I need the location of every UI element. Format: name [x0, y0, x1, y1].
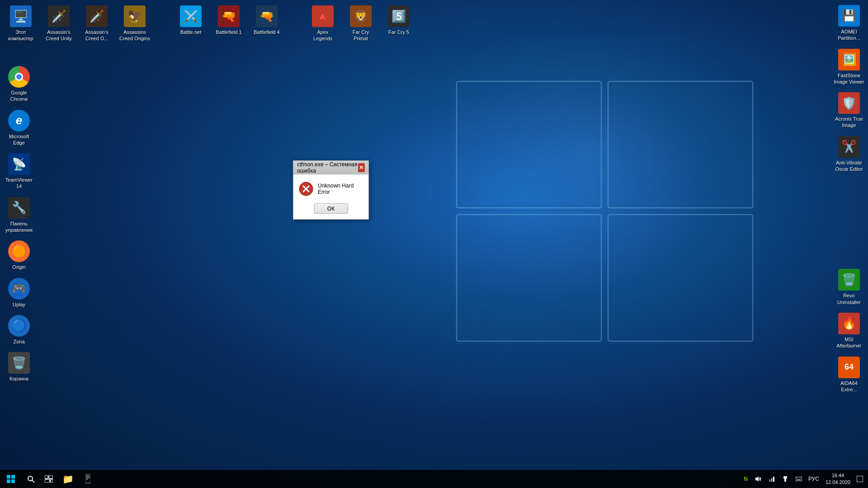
system-clock[interactable]: 16:44 12.04.2020: [822, 470, 854, 488]
task-view-button[interactable]: [40, 470, 58, 488]
taskbar-tablet[interactable]: 📱: [78, 470, 98, 488]
desktop-icon-revo[interactable]: 🗑️ Revo Uninstaller: [831, 266, 867, 308]
volume-icon: [755, 476, 761, 482]
tray-power[interactable]: [778, 470, 792, 488]
taskbar-right: N: [740, 470, 868, 488]
desktop-icon-far-cry-primal[interactable]: 🦁 Far Cry Primal: [343, 3, 379, 45]
svg-rect-17: [49, 475, 53, 479]
svg-line-15: [32, 480, 34, 482]
power-icon: [782, 476, 788, 482]
notification-icon: [857, 476, 863, 482]
windows-logo-background: [389, 36, 796, 420]
svg-rect-12: [7, 479, 10, 483]
left-icon-column: Google Chrome e Microsoft Edge 📡 TeamVie…: [0, 0, 38, 386]
desktop-icon-aida64[interactable]: 64 AIDA64 Extre...: [831, 354, 867, 396]
dialog-body: Unknown Hard Error ОК: [293, 174, 368, 219]
svg-rect-11: [11, 475, 15, 479]
desktop-icon-google-chrome[interactable]: Google Chrome: [1, 63, 37, 105]
desktop-icon-microsoft-edge[interactable]: e Microsoft Edge: [1, 107, 37, 149]
dialog-titlebar: ctfmon.exe – Системная ошибка ✕: [293, 161, 368, 174]
svg-marker-20: [755, 476, 759, 482]
taskbar-explorer[interactable]: 📁: [58, 470, 78, 488]
desktop-icon-battlefield-4[interactable]: 🔫 Battlefield 4: [249, 3, 285, 45]
dialog-message: Unknown Hard Error: [318, 183, 363, 195]
dialog-ok-button[interactable]: ОК: [314, 203, 348, 214]
desktop-icon-uplay[interactable]: 🎮 Uplay: [1, 275, 37, 310]
dialog-title: ctfmon.exe – Системная ошибка: [297, 161, 358, 174]
desktop-icon-origin[interactable]: 🟠 Origin: [1, 238, 37, 273]
desktop-icon-battlefield-1[interactable]: 🔫 Battlefield 1: [211, 3, 247, 45]
svg-rect-23: [773, 477, 774, 482]
start-icon: [7, 475, 15, 483]
desktop-icon-assassins-creed-chronicles[interactable]: 🗡️ Assassin's Creed O...: [79, 3, 115, 45]
svg-rect-4: [608, 215, 753, 341]
desktop-icon-zona[interactable]: 🔵 Zona: [1, 312, 37, 347]
desktop-icon-acronis[interactable]: 🛡️ Acronis True Image: [831, 89, 867, 131]
desktop-icon-assassins-creed-origins[interactable]: 🦅 Assassins Creed Origins: [117, 3, 153, 45]
svg-rect-19: [51, 479, 53, 483]
desktop-icon-teamviewer[interactable]: 📡 TeamViewer 14: [1, 150, 37, 192]
start-button[interactable]: [0, 470, 22, 488]
language-indicator[interactable]: РУС: [806, 470, 822, 488]
svg-rect-13: [11, 479, 15, 483]
taskbar: 📁 📱 N: [0, 470, 868, 488]
desktop-icon-anti-vibrate[interactable]: ✂️ Anti-Vibrate Oscar Editor: [831, 133, 867, 175]
svg-rect-18: [45, 479, 50, 483]
svg-rect-2: [608, 81, 753, 208]
tray-keyboard[interactable]: [792, 470, 806, 488]
error-icon: [299, 182, 313, 196]
svg-rect-26: [796, 477, 802, 481]
desktop: 🖥️ Этот компьютер 🗡️ Assassin's Creed Un…: [0, 0, 868, 488]
dialog-close-button[interactable]: ✕: [358, 163, 365, 172]
desktop-icon-faststone[interactable]: 🖼️ FastStone Image Viewer: [831, 46, 867, 88]
desktop-icon-aomei[interactable]: 💾 AOMEI Partition...: [831, 2, 867, 44]
keyboard-icon: [796, 477, 802, 481]
desktop-icon-assassins-creed-unity[interactable]: 🗡️ Assassin's Creed Unity: [41, 3, 77, 45]
right-icon-column: 💾 AOMEI Partition... 🖼️ FastStone Image …: [830, 0, 868, 396]
desktop-icon-battle-net[interactable]: ⚔️ Battle.net: [173, 3, 209, 45]
task-view-icon: [45, 475, 53, 483]
svg-rect-1: [457, 81, 601, 208]
svg-rect-21: [769, 479, 770, 482]
svg-rect-32: [857, 476, 863, 482]
desktop-icon-far-cry-5[interactable]: 5️⃣ Far Cry 5: [381, 3, 417, 45]
dialog-content-row: Unknown Hard Error: [299, 182, 363, 196]
error-dialog: ctfmon.exe – Системная ошибка ✕ Unknown …: [293, 160, 369, 220]
svg-rect-3: [457, 215, 601, 341]
svg-rect-22: [771, 478, 772, 482]
tray-nvidia[interactable]: N: [740, 470, 751, 488]
desktop-icon-trash[interactable]: 🗑️ Корзина: [1, 349, 37, 385]
svg-rect-24: [783, 476, 787, 479]
notification-button[interactable]: [854, 470, 866, 488]
svg-rect-16: [45, 475, 48, 479]
tray-network[interactable]: [765, 470, 778, 488]
desktop-icon-msi-afterburner[interactable]: 🔥 MSI Afterburner: [831, 310, 867, 352]
search-button[interactable]: [22, 470, 40, 488]
network-icon: [769, 476, 775, 482]
search-icon: [27, 475, 34, 483]
tray-volume[interactable]: [751, 470, 765, 488]
desktop-icon-control-panel[interactable]: 🔧 Панель управления: [1, 194, 37, 236]
desktop-icon-apex-legends[interactable]: 🔺 Apex Legends: [305, 3, 341, 45]
svg-rect-10: [7, 475, 10, 479]
svg-rect-25: [784, 479, 786, 482]
